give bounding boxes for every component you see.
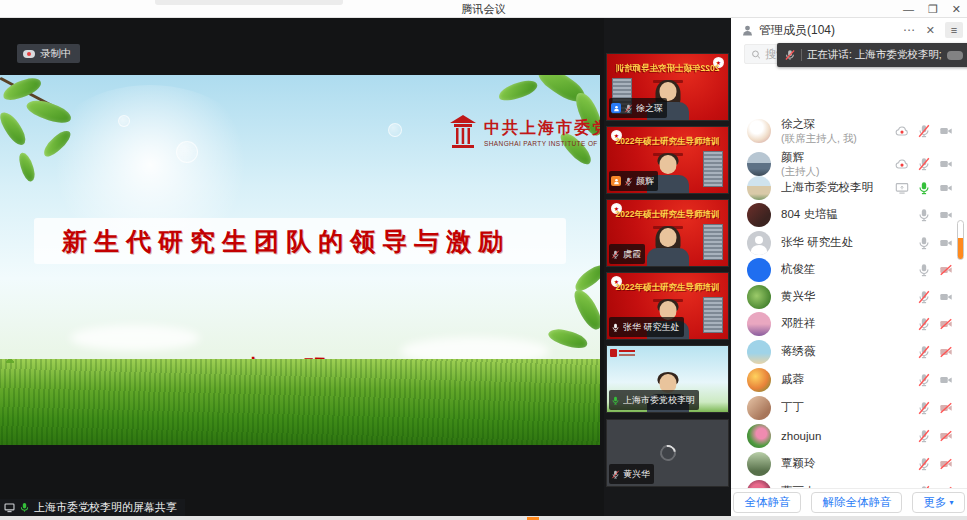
screen-share-icon bbox=[895, 181, 909, 195]
panel-layout-icon[interactable]: ≡ bbox=[945, 22, 963, 38]
avatar bbox=[747, 176, 771, 200]
video-thumbnail[interactable]: 上海市委党校李明 bbox=[606, 345, 729, 413]
camera-icon[interactable] bbox=[939, 181, 953, 195]
leaf bbox=[571, 286, 600, 333]
participant-row[interactable]: 戚蓉 bbox=[731, 366, 967, 393]
avatar bbox=[747, 203, 771, 227]
thumbnail-slide-text: 2022年硕士研究生导师培训 bbox=[609, 63, 726, 75]
participant-row[interactable]: 徐之琛(联席主持人, 我) bbox=[731, 114, 967, 148]
toast-divider bbox=[801, 49, 802, 61]
participant-row[interactable]: 804 史培韫 bbox=[731, 201, 967, 228]
panel-more-icon[interactable]: ⋯ bbox=[903, 23, 916, 37]
mic-active-icon[interactable] bbox=[917, 181, 931, 195]
mic-muted-icon[interactable] bbox=[917, 401, 931, 415]
participant-name: 804 史培韫 bbox=[781, 207, 917, 222]
mic-icon[interactable] bbox=[917, 236, 931, 250]
camera-off-icon[interactable] bbox=[939, 317, 953, 331]
camera-icon[interactable] bbox=[939, 236, 953, 250]
bubble bbox=[118, 115, 130, 127]
camera-off-icon[interactable] bbox=[939, 401, 953, 415]
camera-icon[interactable] bbox=[939, 157, 953, 171]
mic-muted-icon[interactable] bbox=[917, 124, 931, 138]
video-thumbnail[interactable]: ★2022年硕士研究生导师培训 颜辉 bbox=[606, 126, 729, 194]
participant-row[interactable]: 杭俊笙 bbox=[731, 256, 967, 283]
participant-name: zhoujun bbox=[781, 430, 917, 442]
slide-title: 新生代研究生团队的领导与激励 bbox=[62, 225, 510, 258]
mute-all-button[interactable]: 全体静音 bbox=[733, 492, 801, 513]
mic-muted-icon[interactable] bbox=[917, 317, 931, 331]
avatar bbox=[747, 368, 771, 392]
leaf bbox=[0, 108, 29, 148]
building-graphic bbox=[703, 224, 723, 260]
recording-label: 录制中 bbox=[40, 47, 72, 61]
avatar bbox=[747, 340, 771, 364]
avatar bbox=[747, 285, 771, 309]
participant-row[interactable]: 覃颖玲 bbox=[731, 450, 967, 477]
member-panel-header: 管理成员(104) ⋯ ✕ ≡ bbox=[731, 18, 967, 42]
camera-off-icon[interactable] bbox=[939, 457, 953, 471]
close-button[interactable]: ✕ bbox=[952, 0, 961, 18]
screen-share-stage: 录制中 bbox=[0, 18, 604, 516]
participant-list: 徐之琛(联席主持人, 我) 颜辉(主持人) 上海市委党校李明 804 bbox=[731, 66, 967, 488]
more-button[interactable]: 更多▾ bbox=[912, 492, 964, 513]
cloud-shape bbox=[70, 325, 200, 351]
member-icon bbox=[741, 24, 754, 37]
thumbnail-name-label: 虞霞 bbox=[609, 244, 645, 264]
participant-name: 覃颖玲 bbox=[781, 456, 917, 471]
video-thumbnail[interactable]: ★2022年硕士研究生导师培训 虞霞 bbox=[606, 199, 729, 267]
unmute-all-button[interactable]: 解除全体静音 bbox=[811, 492, 902, 513]
mic-muted-icon bbox=[611, 245, 620, 263]
participant-row[interactable]: 黄兴华 bbox=[731, 283, 967, 310]
speaking-toast-text: 正在讲话: 上海市委党校李明; bbox=[807, 48, 942, 62]
mic-muted-icon[interactable] bbox=[917, 373, 931, 387]
maximize-button[interactable]: ❐ bbox=[928, 0, 938, 18]
school-logo-en: SHANGHAI PARTY INSTITUTE OF CCP bbox=[484, 140, 600, 147]
mic-muted-icon[interactable] bbox=[917, 429, 931, 443]
participant-row[interactable]: zhoujun bbox=[731, 422, 967, 449]
participant-name: 徐之琛 bbox=[781, 117, 895, 132]
video-thumbnail[interactable]: ★2022年硕士研究生导师培训 徐之琛 bbox=[606, 53, 729, 121]
avatar bbox=[747, 258, 771, 282]
mic-muted-icon bbox=[611, 465, 620, 483]
camera-off-icon[interactable] bbox=[939, 429, 953, 443]
camera-off-icon[interactable] bbox=[939, 263, 953, 277]
participant-row[interactable]: 蒋绣薇 bbox=[731, 338, 967, 365]
avatar bbox=[747, 480, 771, 489]
member-panel-footer: 全体静音 解除全体静音 更多▾ bbox=[731, 488, 967, 516]
participant-row[interactable]: 上海市委党校李明 bbox=[731, 174, 967, 201]
panel-close-icon[interactable]: ✕ bbox=[926, 24, 935, 37]
mic-muted-icon[interactable] bbox=[917, 290, 931, 304]
recording-badge: 录制中 bbox=[17, 44, 80, 63]
camera-icon[interactable] bbox=[939, 290, 953, 304]
avatar bbox=[747, 312, 771, 336]
camera-icon[interactable] bbox=[939, 373, 953, 387]
mic-icon[interactable] bbox=[917, 263, 931, 277]
camera-icon[interactable] bbox=[939, 208, 953, 222]
chevron-down-icon: ▾ bbox=[949, 498, 953, 507]
participant-row[interactable]: 邓胜祥 bbox=[731, 310, 967, 337]
bubble bbox=[388, 123, 402, 137]
video-thumbnail[interactable]: ★2022年硕士研究生导师培训 张华 研究生处 bbox=[606, 272, 729, 340]
thumbnail-participant-name: 张华 研究生处 bbox=[623, 321, 680, 334]
participant-name: 邓胜祥 bbox=[781, 316, 917, 331]
participant-row[interactable]: 张华 研究生处 bbox=[731, 229, 967, 256]
thumbnail-participant-name: 颜辉 bbox=[636, 175, 654, 188]
participant-row[interactable]: 曹丽杰 bbox=[731, 478, 967, 488]
participant-row[interactable]: 丁丁 bbox=[731, 394, 967, 421]
camera-off-icon[interactable] bbox=[939, 345, 953, 359]
mic-icon[interactable] bbox=[917, 208, 931, 222]
avatar bbox=[747, 152, 771, 176]
camera-icon[interactable] bbox=[939, 124, 953, 138]
mic-muted-icon[interactable] bbox=[917, 157, 931, 171]
mic-muted-icon[interactable] bbox=[917, 345, 931, 359]
participant-video-figure bbox=[640, 226, 696, 266]
mic-muted-icon[interactable] bbox=[917, 457, 931, 471]
mic-muted-icon bbox=[624, 172, 633, 190]
leaf bbox=[571, 262, 600, 294]
video-thumbnail[interactable]: 黄兴华 bbox=[606, 419, 729, 487]
minimize-button[interactable]: — bbox=[903, 0, 914, 18]
mic-muted-icon bbox=[784, 49, 796, 61]
avatar bbox=[747, 119, 771, 143]
building-graphic bbox=[703, 297, 723, 333]
scrollbar-thumb[interactable] bbox=[957, 220, 964, 260]
